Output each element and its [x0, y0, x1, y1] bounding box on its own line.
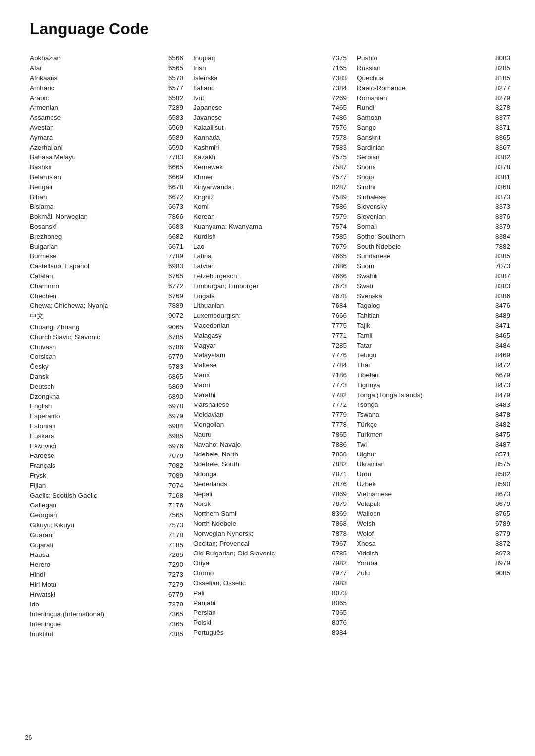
language-code: 6765 [168, 272, 183, 280]
table-row: Kannada7578 [193, 132, 347, 142]
language-code: 7577 [332, 173, 347, 181]
language-code: 6565 [168, 64, 183, 72]
table-row: Zulu9085 [357, 568, 510, 578]
language-code: 7869 [332, 490, 347, 498]
table-row: Limburgan; Limburger7673 [193, 281, 347, 291]
table-row: Inupiaq7375 [193, 53, 347, 63]
table-row: Ndonga7871 [193, 469, 347, 479]
table-row: Uzbek8590 [357, 479, 510, 489]
table-row: Nauru7865 [193, 429, 347, 439]
table-row: Tonga (Tonga Islands)8479 [357, 390, 510, 400]
column-3: Pushto8083Russian8285Quechua8185Raeto-Ro… [357, 53, 510, 578]
language-name: Quechua [357, 74, 384, 82]
language-name: Shona [357, 163, 376, 171]
language-name: Kuanyama; Kwanyama [193, 223, 262, 230]
language-code: 6671 [168, 243, 183, 250]
language-code: 7579 [332, 213, 347, 220]
language-name: Khmer [193, 173, 213, 181]
table-row: Japanese7465 [193, 102, 347, 112]
language-name: Aymara [30, 134, 53, 141]
table-row: Gujarati7185 [30, 540, 183, 550]
language-code: 7967 [332, 540, 347, 547]
table-row: Turkmen8475 [357, 429, 510, 439]
language-name: Guarani [30, 531, 54, 539]
table-row: Brezhoneg6682 [30, 231, 183, 241]
language-code: 7679 [332, 243, 347, 250]
table-row: Raeto-Romance8277 [357, 83, 510, 93]
table-row: Church Slavic; Slavonic6785 [30, 332, 183, 342]
language-code: 6678 [168, 183, 183, 191]
table-row: Shqip8381 [357, 172, 510, 182]
language-name: Pushto [357, 54, 377, 62]
language-name: Lao [193, 243, 205, 250]
language-name: Oromo [193, 569, 214, 577]
table-row: Wolof8779 [357, 528, 510, 538]
language-code: 7778 [332, 421, 347, 428]
language-code: 6978 [168, 403, 183, 410]
table-row: Burmese7789 [30, 251, 183, 261]
language-code: 6789 [495, 520, 510, 527]
language-code: 8590 [495, 480, 510, 488]
table-row: Gaelic; Scottish Gaelic7168 [30, 490, 183, 500]
language-name: Sundanese [357, 252, 390, 260]
language-code: 7585 [332, 233, 347, 240]
table-row: Shona8378 [357, 162, 510, 172]
language-name: Latvian [193, 262, 215, 270]
language-name: Komi [193, 203, 209, 210]
table-row: Faroese7079 [30, 451, 183, 460]
language-name: North Ndebele [193, 520, 236, 527]
language-code: 7779 [332, 411, 347, 418]
table-row: Svenska8386 [357, 291, 510, 301]
table-row: Castellano, Español6983 [30, 261, 183, 271]
language-code: 7073 [495, 262, 510, 270]
language-name: Maltese [193, 361, 216, 369]
language-code: 7673 [332, 282, 347, 290]
language-name: Deutsch [30, 383, 54, 390]
language-code: 6590 [168, 144, 183, 151]
language-name: Sango [357, 124, 376, 131]
language-code: 8065 [332, 599, 347, 606]
table-row: North Ndebele7868 [193, 518, 347, 528]
language-name: Navaho; Navajo [193, 441, 241, 448]
language-name: Samoan [357, 114, 381, 121]
language-name: Urdu [357, 470, 371, 478]
language-code: 8076 [332, 619, 347, 626]
language-code: 6979 [168, 412, 183, 420]
language-code: 8371 [495, 124, 510, 131]
language-name: Euskara [30, 432, 54, 440]
language-code: 8365 [495, 134, 510, 141]
language-code: 7868 [332, 520, 347, 527]
language-name: Raeto-Romance [357, 84, 405, 92]
table-row: Dansk6865 [30, 371, 183, 381]
table-row: Ελληνικά6976 [30, 441, 183, 451]
table-row: Hrwatski6779 [30, 589, 183, 599]
language-name: Javanese [193, 114, 222, 121]
language-code: 7079 [168, 452, 183, 459]
language-code: 6869 [168, 383, 183, 390]
language-name: Tswana [357, 411, 379, 418]
language-name: Tamil [357, 332, 373, 339]
language-code: 7583 [332, 144, 347, 151]
table-row: Chuvash6786 [30, 342, 183, 352]
language-name: Sanskrit [357, 134, 381, 141]
table-row: Amharic6577 [30, 83, 183, 93]
language-code: 6673 [168, 203, 183, 210]
language-name: Nederlands [193, 480, 227, 488]
table-row: Ivrit7269 [193, 93, 347, 102]
table-row: Tigrinya8473 [357, 380, 510, 390]
language-code: 8376 [495, 213, 510, 220]
language-code: 7983 [332, 579, 347, 587]
table-row: Twi8487 [357, 439, 510, 449]
language-name: Afar [30, 64, 42, 72]
language-code: 6672 [168, 193, 183, 201]
table-row: Estonian6984 [30, 421, 183, 431]
language-name: Uighur [357, 451, 376, 458]
language-name: Limburgan; Limburger [193, 282, 259, 290]
language-name: Thai [357, 361, 370, 369]
table-row: Malagasy7771 [193, 330, 347, 340]
language-name: Interlingue [30, 620, 61, 628]
table-row: Íslenska7383 [193, 73, 347, 83]
table-row: Herero7290 [30, 559, 183, 569]
language-name: Macedonian [193, 322, 230, 329]
language-code: 7771 [332, 332, 347, 339]
